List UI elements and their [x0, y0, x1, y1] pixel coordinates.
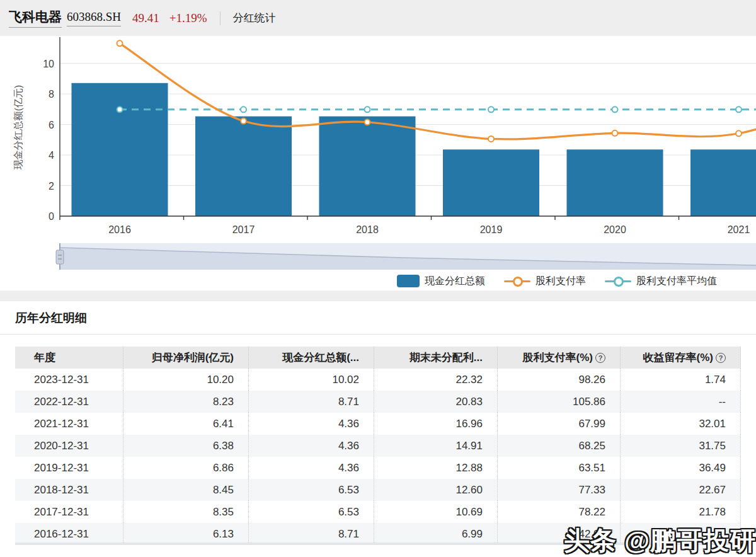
- table-row-2017-12-31: 2017-12-318.356.5310.6978.2221.78: [15, 501, 741, 523]
- section-gap: [0, 290, 756, 301]
- table-cell: 21.78: [621, 501, 741, 523]
- bar-2017[interactable]: [195, 117, 292, 216]
- chart-legend: 现金分红总额股利支付率股利支付率平均值: [0, 272, 756, 290]
- table-cell: 6.53: [249, 479, 374, 501]
- table-cell: 4.36: [249, 457, 374, 479]
- x-tick-label: 2020: [604, 224, 626, 235]
- dividend-chart-card: 0246810201620172018201920202021现金分红总额(亿元…: [0, 36, 756, 290]
- table-cell: 20.83: [374, 391, 498, 413]
- column-header-label: 股利支付率(%): [523, 350, 593, 365]
- table-cell: 2023-12-31: [15, 369, 123, 391]
- dividend-chart[interactable]: 0246810201620172018201920202021现金分红总额(亿元…: [0, 36, 756, 270]
- payout-marker-2017[interactable]: [241, 118, 246, 124]
- table-cell: 6.86: [123, 457, 249, 479]
- x-tick-label: 2018: [356, 224, 379, 235]
- legend-item-2[interactable]: 股利支付率平均值: [605, 275, 717, 288]
- avg-marker-2020: [612, 106, 618, 112]
- table-cell: 8.45: [123, 479, 249, 501]
- legend-item-1[interactable]: 股利支付率: [504, 275, 586, 288]
- table-cell: 10.69: [374, 501, 498, 523]
- table-row-2021-12-31: 2021-12-316.414.3616.9667.9932.01: [15, 413, 741, 435]
- table-cell: 2016-12-31: [15, 523, 123, 545]
- avg-marker-2021: [736, 106, 742, 112]
- table-cell: 10.20: [123, 369, 249, 391]
- table-cell: 8.23: [123, 391, 249, 413]
- table-cell: 32.01: [621, 413, 741, 435]
- table-cell: 2017-12-31: [15, 501, 123, 523]
- y-axis-title: 现金分红总额(亿元): [13, 85, 23, 169]
- column-header-4: 股利支付率(%)?: [498, 347, 621, 369]
- column-header-1: 归母净利润(亿元): [123, 347, 249, 369]
- y-tick-label: 0: [49, 211, 54, 222]
- watermark-text: 头条 @鹏哥投研: [564, 524, 756, 557]
- x-tick-label: 2016: [108, 224, 131, 235]
- datazoom-handle[interactable]: [56, 250, 64, 264]
- y-tick-label: 4: [49, 150, 54, 161]
- legend-label: 现金分红总额: [425, 275, 485, 288]
- table-cell: 63.51: [498, 457, 621, 479]
- bar-2020[interactable]: [567, 149, 663, 216]
- y-tick-label: 8: [49, 89, 54, 100]
- bar-2016[interactable]: [72, 83, 168, 216]
- avg-marker-2017: [241, 106, 246, 112]
- table-cell: 6.99: [374, 523, 498, 545]
- page-title: 分红统计: [233, 11, 276, 25]
- payout-marker-2021[interactable]: [736, 130, 742, 136]
- table-cell: 8.35: [123, 501, 249, 523]
- payout-marker-2018[interactable]: [365, 119, 370, 125]
- dividend-statistics-page: 飞科电器 603868.SH 49.41 +1.19% 分红统计 0246810…: [0, 0, 756, 557]
- table-cell: 16.96: [374, 413, 498, 435]
- column-header-label: 期末未分配利...: [410, 350, 483, 365]
- table-cell: 1.74: [621, 369, 741, 391]
- table-cell: 2022-12-31: [15, 391, 123, 413]
- bar-2021[interactable]: [690, 149, 756, 216]
- column-header-label: 归母净利润(亿元): [152, 350, 234, 365]
- table-cell: 4.36: [249, 435, 374, 457]
- table-cell: 31.75: [621, 435, 741, 457]
- legend-label: 股利支付率平均值: [636, 275, 717, 288]
- dividend-table: 年度归母净利润(亿元)现金分红总额(...期末未分配利...股利支付率(%)?收…: [15, 347, 741, 545]
- table-row-2019-12-31: 2019-12-316.864.3612.8863.5136.49: [15, 457, 741, 479]
- table-cell: 6.41: [123, 413, 249, 435]
- legend-line-swatch-icon: [605, 276, 631, 286]
- x-tick-label: 2021: [728, 224, 750, 235]
- bar-2018[interactable]: [319, 117, 416, 216]
- help-icon[interactable]: ?: [716, 353, 726, 363]
- table-cell: 78.22: [498, 501, 621, 523]
- legend-item-0[interactable]: 现金分红总额: [397, 275, 485, 288]
- company-name[interactable]: 飞科电器: [9, 8, 62, 28]
- stock-header-bar: 飞科电器 603868.SH 49.41 +1.19% 分红统计: [0, 0, 756, 36]
- table-cell: 6.13: [123, 523, 249, 545]
- table-cell: 2021-12-31: [15, 413, 123, 435]
- column-header-0: 年度: [15, 347, 123, 369]
- bar-2019[interactable]: [443, 149, 539, 216]
- avg-marker-2019: [488, 106, 494, 112]
- payout-marker-2019[interactable]: [488, 136, 494, 142]
- table-cell: 2018-12-31: [15, 479, 123, 501]
- table-cell: 68.25: [498, 435, 621, 457]
- table-cell: 77.33: [498, 479, 621, 501]
- divider: [220, 11, 220, 25]
- table-row-2020-12-31: 2020-12-316.384.3614.9168.2531.75: [15, 435, 741, 457]
- table-body: 2023-12-3110.2010.0222.3298.261.742022-1…: [15, 369, 741, 545]
- column-header-label: 现金分红总额(...: [282, 350, 359, 365]
- table-cell: 14.91: [374, 435, 498, 457]
- y-tick-label: 6: [49, 120, 54, 130]
- stock-code[interactable]: 603868.SH: [67, 10, 121, 26]
- column-header-5: 收益留存率(%)?: [621, 347, 741, 369]
- table-cell: 67.99: [498, 413, 621, 435]
- table-cell: 6.38: [123, 435, 249, 457]
- legend-label: 股利支付率: [536, 275, 586, 288]
- stock-price: 49.41: [132, 11, 159, 25]
- table-cell: 6.53: [249, 501, 374, 523]
- avg-marker-2016: [117, 106, 123, 112]
- payout-marker-2016[interactable]: [117, 40, 123, 46]
- help-icon[interactable]: ?: [595, 353, 605, 363]
- table-cell: 105.86: [498, 391, 621, 413]
- payout-marker-2020[interactable]: [612, 130, 618, 136]
- table-cell: 10.02: [249, 369, 374, 391]
- table-cell: 12.60: [374, 479, 498, 501]
- table-cell: 22.32: [374, 369, 498, 391]
- table-cell: 4.36: [249, 413, 374, 435]
- table-header-row: 年度归母净利润(亿元)现金分红总额(...期末未分配利...股利支付率(%)?收…: [15, 347, 741, 369]
